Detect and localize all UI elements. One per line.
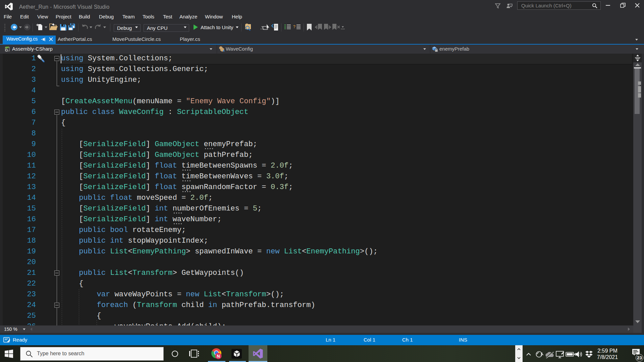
svg-text:N: N bbox=[217, 354, 220, 359]
svg-text:?: ? bbox=[293, 24, 296, 29]
